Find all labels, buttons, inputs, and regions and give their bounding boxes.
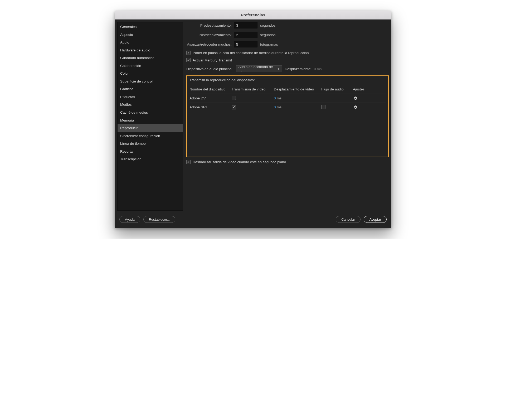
col-video-offset: Desplazamiento de vídeo: [274, 87, 321, 91]
window-titlebar: Preferencias: [115, 11, 391, 20]
dialog-footer: Ayuda Restablecer... Cancelar Aceptar: [115, 213, 391, 228]
sidebar-item-caché-de-medios[interactable]: Caché de medios: [118, 109, 183, 117]
sidebar-item-guardado-automático[interactable]: Guardado automático: [118, 54, 183, 62]
disable-bg-video-checkbox[interactable]: [186, 160, 191, 164]
help-button[interactable]: Ayuda: [119, 216, 140, 223]
disable-bg-video-label: Deshabilitar salida de vídeo cuando esté…: [193, 160, 286, 164]
video-transmit-checkbox[interactable]: [232, 96, 236, 100]
sidebar-item-medios[interactable]: Medios: [118, 101, 183, 109]
primary-audio-device-label: Dispositivo de audio principal:: [186, 67, 233, 71]
step-unit: fotogramas: [260, 42, 278, 46]
sidebar-item-reproducir[interactable]: Reproducir: [118, 124, 183, 132]
video-offset-value[interactable]: 0 ms: [274, 105, 321, 109]
postroll-unit: segundos: [260, 33, 276, 37]
postroll-label: Postdesplazamiento:: [186, 33, 234, 37]
preferences-window: Preferencias GeneralesAspectoAudioHardwa…: [115, 11, 391, 228]
pause-encoder-label: Poner en pausa la cola del codificador d…: [193, 51, 309, 55]
device-row: Adobe SRT0 ms: [189, 103, 386, 112]
postroll-input[interactable]: [234, 32, 257, 38]
primary-offset-value: 0 ms: [314, 67, 322, 71]
transmit-devices-group: Transmitir la reproducción del dispositi…: [186, 75, 389, 157]
device-name: Adobe SRT: [189, 105, 232, 109]
col-device-name: Nombre del dispositivo: [189, 87, 232, 91]
col-setup: Ajustes: [353, 87, 370, 91]
sidebar-item-transcripción[interactable]: Transcripción: [118, 155, 183, 163]
video-offset-value[interactable]: 0 ms: [274, 96, 321, 100]
col-audio-stream: Flujo de audio: [321, 87, 353, 91]
sidebar-item-aspecto[interactable]: Aspecto: [118, 31, 183, 39]
sidebar-item-hardware-de-audio[interactable]: Hardware de audio: [118, 46, 183, 54]
sidebar-item-color[interactable]: Color: [118, 70, 183, 78]
sidebar-item-gráficos[interactable]: Gráficos: [118, 85, 183, 93]
gear-icon[interactable]: [353, 105, 370, 110]
sidebar-item-generales[interactable]: Generales: [118, 23, 183, 31]
cancel-button[interactable]: Cancelar: [336, 216, 361, 223]
device-name: Adobe DV: [189, 96, 232, 100]
ok-button[interactable]: Aceptar: [364, 216, 387, 223]
device-table: Nombre del dispositivo Transmisión de ví…: [189, 85, 386, 112]
transmit-title: Transmitir la reproducción del dispositi…: [189, 78, 386, 82]
video-transmit-checkbox[interactable]: [232, 105, 236, 109]
sidebar-item-memoria[interactable]: Memoria: [118, 117, 183, 124]
step-input[interactable]: [234, 41, 257, 47]
col-video-transmit: Transmisión de vídeo: [232, 87, 274, 91]
chevron-down-icon: ▼: [277, 67, 280, 70]
sidebar-item-recortar[interactable]: Recortar: [118, 148, 183, 156]
enable-mercury-label: Activar Mercury Transmit: [193, 58, 232, 62]
sidebar-item-superficie-de-control[interactable]: Superficie de control: [118, 78, 183, 85]
gear-icon[interactable]: [353, 96, 370, 101]
device-row: Adobe DV0 ms: [189, 94, 386, 103]
reset-button[interactable]: Restablecer...: [143, 216, 176, 223]
sidebar-item-colaboración[interactable]: Colaboración: [118, 62, 183, 70]
sidebar-item-línea-de-tiempo[interactable]: Línea de tiempo: [118, 140, 183, 148]
primary-offset-label: Desplazamiento:: [285, 67, 312, 71]
pause-encoder-checkbox[interactable]: [186, 51, 191, 55]
sidebar-item-audio[interactable]: Audio: [118, 38, 183, 46]
preroll-unit: segundos: [260, 23, 276, 27]
window-title: Preferencias: [241, 13, 265, 17]
sidebar-item-etiquetas[interactable]: Etiquetas: [118, 93, 183, 101]
primary-audio-device-value: Audio de escritorio de …: [239, 65, 275, 73]
step-label: Avanzar/retroceder muchos:: [186, 42, 234, 46]
sidebar-item-sincronizar-configuración[interactable]: Sincronizar configuración: [118, 132, 183, 140]
preferences-panel: Predesplazamiento: segundos Postdesplaza…: [186, 22, 389, 211]
primary-audio-device-dropdown[interactable]: Audio de escritorio de … ▼: [236, 65, 282, 72]
preferences-sidebar: GeneralesAspectoAudioHardware de audioGu…: [117, 22, 183, 211]
preroll-input[interactable]: [234, 22, 257, 28]
audio-stream-checkbox[interactable]: [321, 105, 325, 109]
preroll-label: Predesplazamiento:: [186, 23, 234, 27]
enable-mercury-checkbox[interactable]: [186, 58, 191, 62]
